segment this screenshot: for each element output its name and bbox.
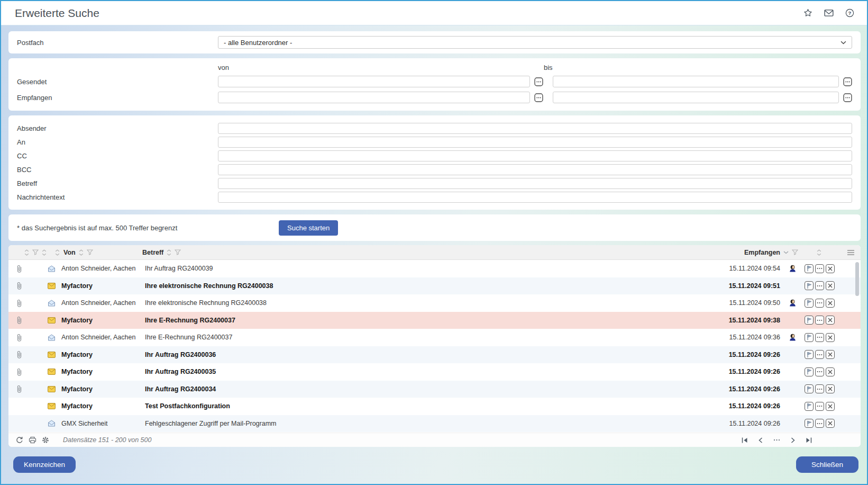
- flag-button[interactable]: [805, 367, 814, 376]
- delete-button[interactable]: [826, 281, 835, 290]
- more-pages-icon[interactable]: [773, 439, 780, 441]
- prev-page-icon[interactable]: [759, 437, 763, 443]
- ellipsis-icon: [817, 405, 823, 407]
- date-von-input[interactable]: [218, 92, 530, 103]
- filter-icon[interactable]: [87, 249, 93, 255]
- suche-starten-button[interactable]: Suche starten: [279, 220, 338, 236]
- text-field-label: BCC: [17, 166, 218, 174]
- more-actions-button[interactable]: [815, 367, 824, 376]
- flag-button[interactable]: [805, 384, 814, 393]
- refresh-icon[interactable]: [16, 436, 23, 444]
- flag-button[interactable]: [805, 333, 814, 342]
- delete-button[interactable]: [826, 333, 835, 342]
- text-field-label: CC: [17, 152, 218, 160]
- sort-icon[interactable]: [167, 249, 171, 256]
- row-from: Myfactory: [61, 282, 141, 290]
- date-picker-button[interactable]: [843, 93, 852, 102]
- delete-button[interactable]: [826, 299, 835, 308]
- flag-button[interactable]: [805, 299, 814, 308]
- flag-button[interactable]: [805, 264, 814, 273]
- table-row[interactable]: MyfactoryIhr Auftrag RG240003515.11.2024…: [8, 363, 861, 381]
- envelope-icon[interactable]: [824, 9, 834, 17]
- table-row[interactable]: MyfactoryIhr Auftrag RG240003415.11.2024…: [8, 381, 861, 398]
- more-actions-button[interactable]: [815, 264, 824, 273]
- sort-icon[interactable]: [42, 249, 47, 256]
- date-bis-input[interactable]: [553, 76, 839, 87]
- flag-button[interactable]: [805, 419, 814, 428]
- text-field-input[interactable]: [218, 192, 852, 203]
- more-actions-button[interactable]: [815, 402, 824, 411]
- vertical-scrollbar[interactable]: [855, 262, 859, 296]
- gear-icon[interactable]: [42, 436, 49, 444]
- more-actions-button[interactable]: [815, 316, 824, 325]
- first-page-icon[interactable]: [742, 437, 748, 443]
- table-footer: Datensätze 151 - 200 von 500: [8, 433, 861, 447]
- text-field-input[interactable]: [218, 123, 852, 134]
- delete-button[interactable]: [826, 367, 835, 376]
- row-subject: Ihre E-Rechnung RG2400037: [145, 334, 718, 341]
- filter-icon[interactable]: [175, 249, 181, 255]
- date-picker-button[interactable]: [843, 77, 852, 86]
- column-empfangen[interactable]: Empfangen: [744, 249, 780, 256]
- delete-button[interactable]: [826, 384, 835, 393]
- column-betreff[interactable]: Betreff: [142, 249, 163, 256]
- text-filter-row: An: [17, 137, 852, 147]
- sort-icon[interactable]: [817, 249, 821, 256]
- more-actions-button[interactable]: [815, 384, 824, 393]
- text-field-input[interactable]: [218, 164, 852, 175]
- filter-icon[interactable]: [792, 249, 798, 255]
- table-row[interactable]: GMX SicherheitFehlgeschlagener Zugriff p…: [8, 415, 861, 433]
- mail-unread-icon: [48, 283, 56, 289]
- date-picker-button[interactable]: [534, 93, 543, 102]
- flag-button[interactable]: [805, 281, 814, 290]
- more-actions-button[interactable]: [815, 281, 824, 290]
- date-bis-input[interactable]: [553, 92, 839, 103]
- date-von-input[interactable]: [218, 76, 530, 87]
- delete-button[interactable]: [826, 316, 835, 325]
- star-icon[interactable]: [803, 8, 812, 17]
- kennzeichen-button[interactable]: Kennzeichen: [13, 456, 76, 473]
- more-actions-button[interactable]: [815, 419, 824, 428]
- more-actions-button[interactable]: [815, 350, 824, 359]
- table-row[interactable]: MyfactoryIhr Auftrag RG240003615.11.2024…: [8, 346, 861, 364]
- flag-button[interactable]: [805, 316, 814, 325]
- print-icon[interactable]: [29, 436, 36, 444]
- date-picker-button[interactable]: [534, 77, 543, 86]
- table-row[interactable]: Anton Schneider, AachenIhr Auftrag RG240…: [8, 260, 861, 277]
- delete-button[interactable]: [826, 419, 835, 428]
- more-actions-button[interactable]: [815, 333, 824, 342]
- next-page-icon[interactable]: [791, 437, 795, 443]
- postfach-select[interactable]: - alle Benutzerordner -: [218, 36, 852, 49]
- sort-icon[interactable]: [79, 249, 84, 256]
- contact-icon: [789, 265, 796, 272]
- table-row[interactable]: Anton Schneider, AachenIhre elektronisch…: [8, 294, 861, 312]
- delete-button[interactable]: [826, 264, 835, 273]
- delete-button[interactable]: [826, 350, 835, 359]
- results-table: Von Betreff Empfangen Anton Schneider: [8, 245, 861, 447]
- column-von[interactable]: Von: [63, 249, 76, 256]
- delete-button[interactable]: [826, 402, 835, 411]
- flag-button[interactable]: [805, 402, 814, 411]
- table-row[interactable]: MyfactoryIhre E-Rechnung RG240003715.11.…: [8, 312, 861, 329]
- help-icon[interactable]: ?: [845, 8, 854, 17]
- mail-unread-icon: [48, 317, 56, 324]
- sort-icon[interactable]: [24, 249, 29, 256]
- text-field-input[interactable]: [218, 150, 852, 161]
- menu-icon[interactable]: [847, 250, 854, 255]
- row-received: 15.11.2024 09:26: [718, 351, 780, 358]
- sort-desc-icon[interactable]: [783, 251, 789, 254]
- text-field-input[interactable]: [218, 178, 852, 189]
- text-field-input[interactable]: [218, 137, 852, 148]
- table-row[interactable]: MyfactoryIhre elektronische Rechnung RG2…: [8, 277, 861, 295]
- table-row[interactable]: MyfactoryTest Postfachkonfiguration15.11…: [8, 398, 861, 415]
- text-filter-row: CC: [17, 150, 852, 161]
- more-actions-button[interactable]: [815, 299, 824, 308]
- last-page-icon[interactable]: [806, 437, 812, 443]
- flag-icon: [806, 420, 812, 427]
- flag-button[interactable]: [805, 350, 814, 359]
- filter-icon[interactable]: [32, 249, 39, 255]
- text-field-label: An: [17, 138, 218, 146]
- schliessen-button[interactable]: Schließen: [796, 456, 858, 473]
- sort-icon[interactable]: [55, 249, 60, 256]
- table-row[interactable]: Anton Schneider, AachenIhre E-Rechnung R…: [8, 329, 861, 346]
